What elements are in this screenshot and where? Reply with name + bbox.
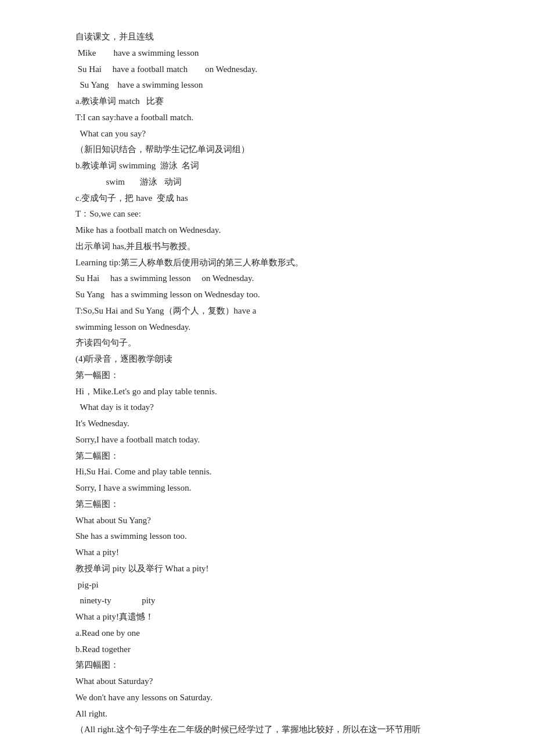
text-line: (4)听录音，逐图教学朗读: [75, 351, 459, 368]
text-line: Sorry,I have a football match today.: [75, 432, 459, 448]
text-line: Learning tip:第三人称单数后使用动词的第三人称单数形式。: [75, 255, 459, 271]
text-line: a.教读单词 match 比赛: [75, 93, 459, 110]
text-line: Hi，Mike.Let's go and play table tennis.: [75, 384, 459, 400]
text-line: ninety-ty pity: [75, 593, 459, 609]
text-line: swim 游泳 动词: [75, 174, 459, 190]
text-line: All right.: [75, 706, 459, 722]
text-line: T:I can say:have a football match.: [75, 110, 459, 126]
text-line: 出示单词 has,并且板书与教授。: [75, 239, 459, 255]
text-line: 第四幅图：: [75, 657, 459, 674]
text-line: Su Yang have a swimming lesson: [75, 77, 459, 93]
text-line: （All right.这个句子学生在二年级的时候已经学过了，掌握地比较好，所以在…: [75, 722, 459, 738]
text-line: What a pity!: [75, 545, 459, 561]
text-line: Su Yang has a swimming lesson on Wednesd…: [75, 287, 459, 303]
main-content: 自读课文，并且连线 Mike have a swimming lesson Su…: [75, 29, 459, 738]
text-line: b.教读单词 swimming 游泳 名词: [75, 158, 459, 174]
text-line: What day is it today?: [75, 399, 459, 416]
text-line: Su Hai have a football match on Wednesda…: [75, 62, 459, 78]
text-line: 教授单词 pity 以及举行 What a pity!: [75, 561, 459, 577]
text-line: c.变成句子，把 have 变成 has: [75, 190, 459, 207]
text-line: She has a swimming lesson too.: [75, 528, 459, 545]
text-line: 第二幅图：: [75, 448, 459, 465]
text-line: swimming lesson on Wednesday.: [75, 319, 459, 336]
text-line: What about Saturday?: [75, 674, 459, 690]
text-line: （新旧知识结合，帮助学生记忆单词及词组）: [75, 142, 459, 158]
text-line: 第一幅图：: [75, 368, 459, 384]
text-line: Su Hai has a swimming lesson on Wednesda…: [75, 271, 459, 287]
text-line: It's Wednesday.: [75, 416, 459, 432]
text-line: 齐读四句句子。: [75, 335, 459, 351]
text-line: What a pity!真遗憾！: [75, 609, 459, 625]
text-line: Mike has a football match on Wednesday.: [75, 222, 459, 239]
text-line: We don't have any lessons on Saturday.: [75, 690, 459, 706]
text-line: pig-pi: [75, 577, 459, 593]
text-line: Hi,Su Hai. Come and play table tennis.: [75, 464, 459, 480]
text-line: T:So,Su Hai and Su Yang（两个人，复数）have a: [75, 303, 459, 319]
text-line: Sorry, I have a swimming lesson.: [75, 480, 459, 496]
text-line: What about Su Yang?: [75, 513, 459, 529]
text-line: 自读课文，并且连线: [75, 29, 459, 45]
text-line: 第三幅图：: [75, 496, 459, 513]
text-line: b.Read together: [75, 642, 459, 658]
text-line: T：So,we can see:: [75, 206, 459, 222]
text-line: Mike have a swimming lesson: [75, 45, 459, 62]
text-line: What can you say?: [75, 126, 459, 142]
text-line: a.Read one by one: [75, 625, 459, 642]
